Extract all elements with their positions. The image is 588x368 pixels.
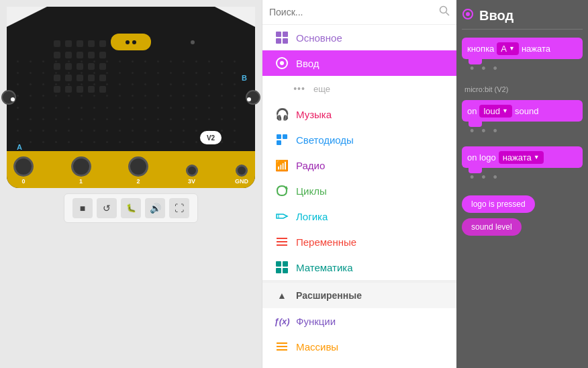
svg-rect-4 [276,38,281,44]
led [77,40,83,47]
logic-icon [275,210,289,223]
grid-dot [119,141,121,143]
fullscreen-button[interactable]: ⛶ [169,198,189,218]
marker-b: B [242,74,247,82]
category-arrays[interactable]: Массивы [262,334,456,359]
led [77,75,83,81]
block-loud-value: loud [483,106,500,116]
grid-dot [93,118,95,120]
connector-2[interactable]: 2 [128,156,148,185]
category-leds[interactable]: Светодиоды [262,127,456,152]
stop-button[interactable]: ■ [72,198,93,218]
category-logic[interactable]: Логика [262,203,456,229]
grid-dot [195,107,197,109]
grid-dot [30,141,32,143]
connector-ring-2 [128,156,148,177]
grid-dot [17,107,19,109]
input-panel-icon [462,8,474,20]
grid-dot [195,130,197,132]
category-loops[interactable]: Циклы [262,178,456,203]
category-music[interactable]: 🎧 Музыка [262,101,456,127]
category-more[interactable]: ••• еще [262,76,456,101]
grid-dot [157,83,159,85]
block-sound-level[interactable]: sound level [462,218,522,236]
grid-dot [93,141,95,143]
category-radio[interactable]: 📶 Радио [262,152,456,178]
grid-dot [183,141,185,143]
category-arrays-label: Массивы [296,341,338,353]
category-math[interactable]: Математика [262,255,456,280]
grid-dot [42,130,44,132]
grid-dot [132,95,134,97]
svg-rect-2 [276,32,281,37]
connector-0[interactable]: 0 [13,156,34,185]
led [54,75,60,81]
led [54,63,60,70]
block-logo-pressed-value: нажата [503,152,532,163]
sound-button[interactable]: 🔊 [145,198,165,218]
grid-dot [55,95,57,97]
grid-dot [42,83,44,85]
block-logo-is-pressed-label: logo is pressed [471,199,526,209]
block-logo-pressed-dropdown[interactable]: нажата ▼ [499,151,544,164]
grid-dot [81,141,83,143]
restart-button[interactable]: ↺ [97,198,117,218]
search-button[interactable] [439,5,450,19]
microbit-v2-label: micro:bit (V2) [462,84,583,95]
grid-dot [30,107,32,109]
grid-dot [55,118,57,120]
led [65,52,72,58]
category-basic[interactable]: Основное [262,25,456,50]
block-button-press[interactable]: кнопка A ▼ нажата [462,38,583,59]
grid-dot [93,130,95,132]
debug-button[interactable]: 🐛 [121,198,141,218]
grid-dot [106,141,108,143]
grid-dot [157,60,159,62]
panel-title-text: Ввод [479,8,513,24]
panel-title: Ввод [462,7,583,30]
logo-dropdown-arrow: ▼ [534,154,540,160]
speaker-logo [111,34,151,50]
grid-dot [132,141,134,143]
category-functions[interactable]: ƒ(x) Функции [262,308,456,334]
category-loops-icon [275,183,289,198]
grid-dot [106,130,108,132]
grid-dot [144,107,146,109]
category-advanced[interactable]: ▲ Расширенные [262,283,456,308]
bottom-connectors: 0 1 2 3V GND [7,151,255,188]
grid-dot [234,141,236,143]
grid-dot [170,95,172,97]
grid-dot [132,60,134,62]
connector-ring-1 [71,156,91,177]
block-button-pressed: нажата [522,44,550,54]
block-loud-dropdown[interactable]: loud ▼ [479,105,512,118]
grid-dot [42,60,44,62]
category-math-icon [275,260,289,275]
block-logo-is-pressed[interactable]: logo is pressed [462,195,535,213]
block-on-logo-pressed[interactable]: on logo нажата ▼ [462,146,583,168]
connector-1[interactable]: 1 [71,156,91,185]
input-icon [275,56,289,70]
block-button-dropdown[interactable]: A ▼ [497,42,519,55]
grid-dot [119,107,121,109]
grid-dot [119,83,121,85]
block-button-text: кнопка [467,44,494,54]
led [77,86,83,93]
grid-dot [144,60,146,62]
microbit-led-display [54,40,107,94]
category-variables[interactable]: Переменные [262,229,456,255]
search-input[interactable] [269,7,435,17]
grid-dot [208,60,210,62]
connector-3v[interactable]: 3V [186,165,198,185]
grid-dot [208,118,210,120]
grid-dot [119,118,121,120]
grid-dot [170,141,172,143]
grid-dot [132,107,134,109]
grid-dot [93,95,95,97]
grid-dot [170,83,172,85]
category-variables-label: Переменные [296,236,356,248]
category-input[interactable]: Ввод [262,50,456,76]
grid-dot [30,118,32,120]
connector-gnd[interactable]: GND [235,165,248,185]
block-on-loud-sound[interactable]: on loud ▼ sound [462,100,583,122]
